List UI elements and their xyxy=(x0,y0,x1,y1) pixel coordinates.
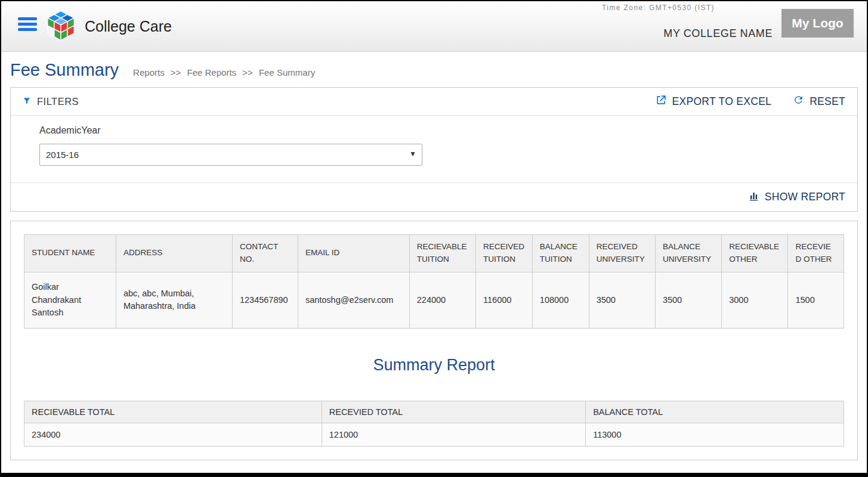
app-name: College Care xyxy=(85,18,172,35)
summary-table: RECIEVABLE TOTAL RECEVIED TOTAL BALANCE … xyxy=(24,401,844,447)
breadcrumb-item-fee-reports[interactable]: Fee Reports xyxy=(187,67,237,78)
academic-year-select[interactable]: 2015-16 xyxy=(39,144,422,166)
college-name: MY COLLEGE NAME xyxy=(663,27,773,40)
fee-report-table: STUDENT NAME ADDRESS CONTACT NO. EMAIL I… xyxy=(24,234,844,329)
hamburger-menu-icon[interactable] xyxy=(18,17,37,33)
col-header-recevied-total: RECEVIED TOTAL xyxy=(322,401,585,423)
col-header-recievable-other: RECIEVABLE OTHER xyxy=(722,235,788,272)
cell-contact-no: 1234567890 xyxy=(232,272,298,328)
academic-year-label: AcademicYear xyxy=(39,125,845,136)
reset-label: RESET xyxy=(810,95,845,108)
breadcrumb: Reports >> Fee Reports >> Fee Summary xyxy=(133,67,315,78)
col-header-recievable-tuition: RECIEVABLE TUITION xyxy=(409,235,475,272)
cell-email-id: santoshg@e2serv.com xyxy=(298,272,409,328)
col-header-email-id: EMAIL ID xyxy=(298,235,409,272)
report-panel: STUDENT NAME ADDRESS CONTACT NO. EMAIL I… xyxy=(10,221,858,460)
col-header-received-university: RECEIVED UNIVERSITY xyxy=(589,235,655,272)
bar-chart-icon xyxy=(748,190,759,205)
college-logo-placeholder: My Logo xyxy=(781,9,854,38)
table-header-row: STUDENT NAME ADDRESS CONTACT NO. EMAIL I… xyxy=(24,235,844,272)
breadcrumb-separator: >> xyxy=(171,67,181,78)
col-header-recevied-other: RECEVIED OTHER xyxy=(788,235,844,272)
show-report-button[interactable]: SHOW REPORT xyxy=(748,190,845,205)
col-header-balance-total: BALANCE TOTAL xyxy=(586,401,844,423)
show-report-label: SHOW REPORT xyxy=(765,191,845,203)
table-row: Goilkar Chandrakant Santosh abc, abc, Mu… xyxy=(24,272,844,328)
export-to-excel-button[interactable]: EXPORT TO EXCEL xyxy=(656,94,772,109)
breadcrumb-separator: >> xyxy=(242,67,253,78)
summary-report-title: Summary Report xyxy=(24,356,844,374)
cell-received-tuition: 116000 xyxy=(476,272,533,328)
filter-funnel-icon xyxy=(23,96,31,107)
cell-balance-tuition: 108000 xyxy=(532,272,589,328)
col-header-address: ADDRESS xyxy=(116,235,232,272)
col-header-student-name: STUDENT NAME xyxy=(24,235,116,272)
title-row: Fee Summary Reports >> Fee Reports >> Fe… xyxy=(10,60,858,80)
cell-student-name: Goilkar Chandrakant Santosh xyxy=(24,272,116,328)
col-header-recievable-total: RECIEVABLE TOTAL xyxy=(24,401,322,423)
col-header-balance-tuition: BALANCE TUITION xyxy=(532,235,589,272)
cell-recievable-total: 234000 xyxy=(24,423,322,447)
cell-recevied-total: 121000 xyxy=(322,423,585,447)
cell-recievable-tuition: 224000 xyxy=(409,272,475,328)
cell-recevied-other: 1500 xyxy=(788,272,844,328)
academic-year-select-wrap: 2015-16 ▼ xyxy=(39,144,422,166)
timezone-label: Time Zone: GMT+0530 (IST) xyxy=(602,4,715,12)
summary-value-row: 234000 121000 113000 xyxy=(24,423,844,447)
filters-body: AcademicYear 2015-16 ▼ xyxy=(11,116,857,182)
summary-header-row: RECIEVABLE TOTAL RECEVIED TOTAL BALANCE … xyxy=(24,401,844,423)
col-header-balance-university: BALANCE UNIVERSITY xyxy=(655,235,721,272)
col-header-contact-no: CONTACT NO. xyxy=(232,235,298,272)
filters-title-label: FILTERS xyxy=(37,96,79,107)
cell-recievable-other: 3000 xyxy=(722,272,788,328)
cell-address: abc, abc, Mumbai, Maharashtra, India xyxy=(116,272,232,328)
filters-header: FILTERS EXPORT TO EXCEL RESET xyxy=(11,88,857,116)
breadcrumb-item-fee-summary: Fee Summary xyxy=(259,67,315,78)
refresh-icon xyxy=(793,94,804,109)
cell-balance-total: 113000 xyxy=(586,423,844,447)
export-to-excel-label: EXPORT TO EXCEL xyxy=(672,95,772,108)
filters-panel: FILTERS EXPORT TO EXCEL RESET Academ xyxy=(10,87,858,212)
col-header-received-tuition: RECEIVED TUITION xyxy=(476,235,533,272)
reset-button[interactable]: RESET xyxy=(793,94,845,109)
filters-footer: SHOW REPORT xyxy=(11,182,857,211)
filters-actions: EXPORT TO EXCEL RESET xyxy=(656,94,845,109)
breadcrumb-item-reports[interactable]: Reports xyxy=(133,67,165,78)
export-icon xyxy=(656,94,667,109)
app-header: College Care Time Zone: GMT+0530 (IST) M… xyxy=(1,1,867,52)
cell-received-university: 3500 xyxy=(589,272,655,328)
page-title: Fee Summary xyxy=(10,60,119,80)
page: College Care Time Zone: GMT+0530 (IST) M… xyxy=(0,0,868,477)
cell-balance-university: 3500 xyxy=(655,272,721,328)
filters-title: FILTERS xyxy=(23,96,79,107)
app-logo-cube-icon xyxy=(44,9,78,42)
